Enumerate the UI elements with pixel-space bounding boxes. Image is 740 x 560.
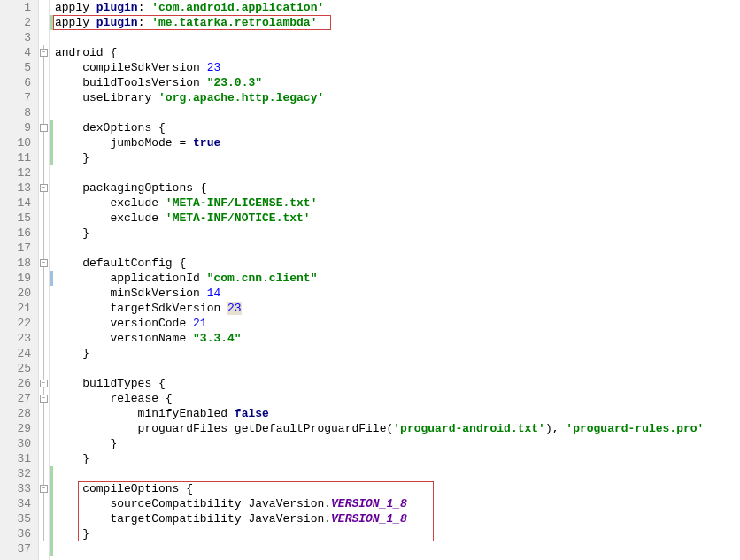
code-line[interactable]: exclude 'META-INF/LICENSE.txt' [55, 196, 740, 211]
code-line[interactable]: minSdkVersion 14 [55, 286, 740, 301]
code-token: versionName [55, 332, 193, 345]
code-token: buildTypes { [55, 377, 166, 390]
code-token: 'me.tatarka.retrolambda' [151, 16, 317, 29]
code-line[interactable] [55, 466, 740, 481]
code-line[interactable]: compileSdkVersion 23 [55, 60, 740, 75]
fold-cell [39, 0, 49, 15]
fold-cell [39, 511, 49, 526]
code-line[interactable] [55, 105, 740, 120]
line-number: 15 [0, 211, 31, 226]
fold-cell [39, 496, 49, 511]
code-line[interactable]: defaultConfig { [55, 256, 740, 271]
fold-collapse-icon[interactable]: - [40, 184, 48, 192]
code-token: 21 [193, 317, 207, 330]
code-line[interactable]: } [55, 346, 740, 361]
line-number: 5 [0, 60, 31, 75]
fold-collapse-icon[interactable]: - [40, 124, 48, 132]
code-token: false [235, 407, 269, 420]
fold-collapse-icon[interactable]: - [40, 259, 48, 267]
fold-cell [39, 241, 49, 256]
code-line[interactable]: targetCompatibility JavaVersion.VERSION_… [55, 511, 740, 526]
code-editor: 1234567891011121314151617181920212223242… [0, 0, 740, 560]
fold-cell [39, 211, 49, 226]
code-line[interactable]: sourceCompatibility JavaVersion.VERSION_… [55, 496, 740, 511]
code-token: 'proguard-android.txt' [393, 422, 545, 435]
line-number: 25 [0, 361, 31, 376]
code-line[interactable] [55, 165, 740, 180]
fold-collapse-icon[interactable]: - [40, 395, 48, 403]
code-line[interactable]: release { [55, 391, 740, 406]
line-number: 19 [0, 271, 31, 286]
code-token: } [55, 527, 89, 541]
fold-cell [39, 301, 49, 316]
line-number: 7 [0, 90, 31, 105]
code-token: } [55, 226, 89, 240]
code-line[interactable]: applicationId "com.cnn.client" [55, 271, 740, 286]
fold-cell: - [39, 180, 49, 196]
code-token: 'proguard-rules.pro' [566, 422, 704, 435]
code-line[interactable]: exclude 'META-INF/NOTICE.txt' [55, 211, 740, 226]
code-token: 'META-INF/NOTICE.txt' [166, 211, 311, 225]
line-number: 16 [0, 226, 31, 241]
code-line[interactable] [55, 541, 740, 556]
code-token: 14 [207, 287, 221, 300]
code-line[interactable]: } [55, 226, 740, 241]
code-line[interactable]: versionName "3.3.4" [55, 331, 740, 346]
code-token: } [55, 151, 89, 165]
line-number: 24 [0, 346, 31, 361]
line-number: 17 [0, 241, 31, 256]
fold-collapse-icon[interactable]: - [40, 380, 48, 387]
fold-collapse-icon[interactable]: - [40, 485, 48, 493]
code-content[interactable]: apply plugin: 'com.android.application'a… [53, 0, 740, 560]
fold-collapse-icon[interactable]: - [40, 49, 48, 57]
line-number: 35 [0, 511, 31, 526]
code-line[interactable]: minifyEnabled false [55, 406, 740, 421]
code-line[interactable]: buildTypes { [55, 376, 740, 391]
line-number: 23 [0, 331, 31, 346]
fold-cell: - [39, 45, 49, 60]
line-number: 21 [0, 301, 31, 316]
code-line[interactable]: targetSdkVersion 23 [55, 301, 740, 316]
fold-cell [39, 436, 49, 451]
fold-cell [39, 30, 49, 45]
code-line[interactable]: android { [55, 45, 740, 60]
code-token: exclude [55, 211, 166, 225]
code-line[interactable]: packagingOptions { [55, 180, 740, 196]
code-line[interactable]: apply plugin: 'com.android.application' [55, 0, 740, 15]
code-line[interactable] [55, 361, 740, 376]
code-line[interactable]: proguardFiles getDefaultProguardFile('pr… [55, 421, 740, 436]
fold-cell [39, 196, 49, 211]
code-token: 'org.apache.http.legacy' [158, 91, 324, 104]
code-token: } [55, 437, 117, 450]
code-token: targetCompatibility JavaVersion. [55, 512, 331, 525]
fold-gutter: ------- [39, 0, 50, 560]
code-token: "3.3.4" [193, 332, 242, 345]
code-line[interactable]: } [55, 526, 740, 541]
code-line[interactable]: jumboMode = true [55, 135, 740, 150]
line-number: 36 [0, 526, 31, 541]
code-token: useLibrary [55, 91, 158, 104]
line-number: 32 [0, 466, 31, 481]
code-line[interactable]: buildToolsVersion "23.0.3" [55, 75, 740, 90]
line-number: 14 [0, 196, 31, 211]
code-line[interactable]: versionCode 21 [55, 316, 740, 331]
fold-cell: - [39, 256, 49, 271]
code-line[interactable]: apply plugin: 'me.tatarka.retrolambda' [55, 15, 740, 30]
fold-cell [39, 75, 49, 90]
line-number: 1 [0, 0, 31, 15]
code-line[interactable]: } [55, 436, 740, 451]
code-token: : [138, 1, 152, 14]
code-line[interactable] [55, 30, 740, 45]
code-line[interactable] [55, 241, 740, 256]
fold-cell [39, 316, 49, 331]
code-line[interactable]: dexOptions { [55, 120, 740, 135]
code-line[interactable]: compileOptions { [55, 481, 740, 496]
code-token: defaultConfig { [55, 257, 186, 270]
code-line[interactable]: useLibrary 'org.apache.http.legacy' [55, 90, 740, 105]
line-number: 31 [0, 451, 31, 466]
code-token: packagingOptions { [55, 181, 207, 195]
fold-cell: - [39, 120, 49, 135]
code-line[interactable]: } [55, 451, 740, 466]
code-line[interactable]: } [55, 150, 740, 165]
fold-cell [39, 331, 49, 346]
